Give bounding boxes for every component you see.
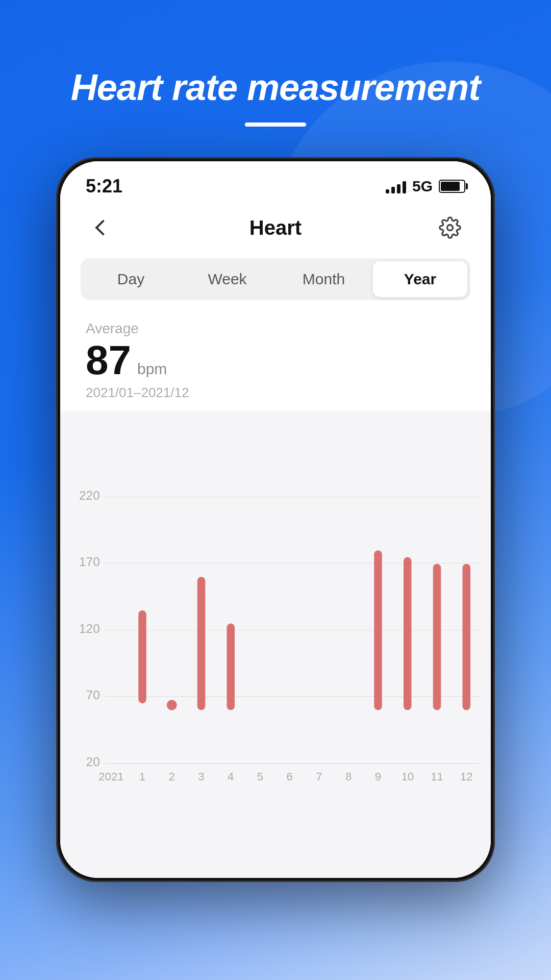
status-bar: 5:21 5G [60,161,491,202]
svg-text:8: 8 [345,770,352,783]
tab-year[interactable]: Year [373,261,467,297]
svg-text:11: 11 [431,770,443,783]
svg-text:170: 170 [79,555,100,569]
nav-bar: Heart [60,202,491,253]
svg-text:10: 10 [401,770,414,783]
page-title: Heart rate measurement [71,66,480,108]
status-time: 5:21 [86,176,122,197]
heart-rate-chart: 220 170 120 70 20 2021 1 2 3 4 5 6 [60,411,491,878]
svg-text:120: 120 [79,622,100,635]
svg-text:6: 6 [287,770,293,783]
back-button[interactable] [86,212,116,243]
svg-rect-29 [374,550,382,710]
date-range: 2021/01–2021/12 [86,385,465,401]
svg-text:20: 20 [86,755,100,769]
screen-title: Heart [249,216,302,239]
svg-text:4: 4 [228,770,234,783]
app-content: Heart Day Week Month Year [60,202,491,878]
svg-text:9: 9 [375,770,381,783]
svg-rect-28 [227,623,235,710]
page-background: Heart rate measurement 5:21 5G [0,0,551,980]
stats-area: Average 87 bpm 2021/01–2021/12 [60,310,491,406]
header-divider [245,122,306,127]
svg-rect-30 [404,557,412,710]
signal-icon [386,179,406,193]
average-number: 87 [86,340,131,381]
svg-rect-31 [433,564,441,710]
svg-text:5: 5 [257,770,263,783]
average-value-row: 87 bpm [86,340,465,381]
svg-text:12: 12 [460,770,473,783]
chart-container: 220 170 120 70 20 2021 1 2 3 4 5 6 [60,411,491,878]
svg-rect-1 [60,480,491,808]
svg-text:7: 7 [316,770,322,783]
svg-point-0 [447,225,453,231]
back-chevron-icon [95,219,111,235]
svg-text:1: 1 [139,770,145,783]
gear-icon [439,216,461,239]
svg-point-26 [167,700,177,710]
svg-text:220: 220 [79,488,100,502]
svg-rect-32 [462,564,470,710]
svg-text:70: 70 [86,688,100,702]
svg-text:2021: 2021 [98,770,123,783]
battery-icon [439,180,465,193]
average-unit: bpm [137,360,167,378]
network-label: 5G [412,178,433,195]
battery-fill [441,182,460,191]
settings-button[interactable] [435,212,465,243]
svg-rect-27 [197,577,206,710]
average-label: Average [86,321,465,337]
svg-text:2: 2 [169,770,175,783]
phone-frame: 5:21 5G [56,157,495,882]
tab-week[interactable]: Week [180,261,274,297]
tab-month[interactable]: Month [277,261,371,297]
status-right: 5G [386,178,465,195]
phone-screen: 5:21 5G [60,161,491,878]
svg-rect-25 [138,610,146,703]
tab-bar: Day Week Month Year [81,258,470,300]
svg-text:3: 3 [198,770,204,783]
tab-day[interactable]: Day [84,261,178,297]
